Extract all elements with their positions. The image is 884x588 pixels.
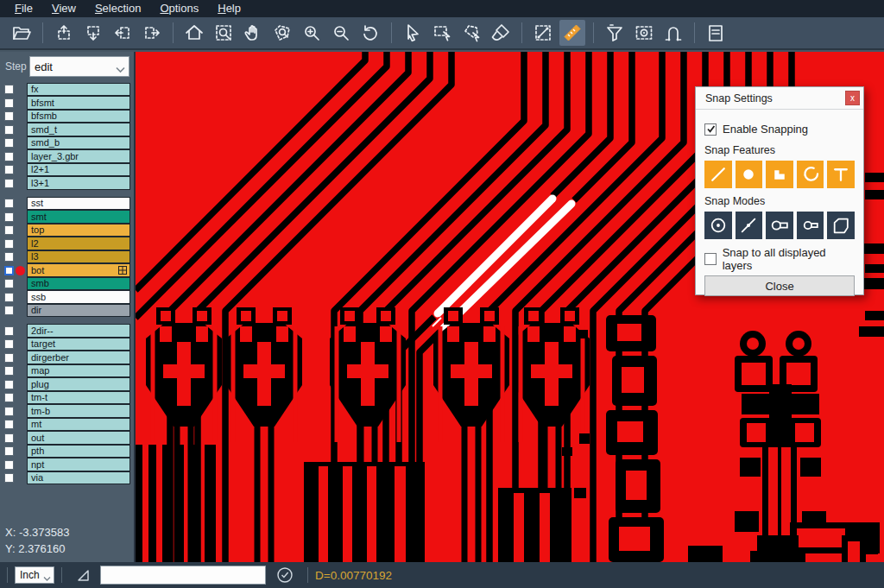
layer-row-layer_3.gbr[interactable]: layer_3.gbr: [0, 150, 134, 164]
layer-name[interactable]: bfsmt: [27, 96, 130, 110]
layer-visibility-checkbox[interactable]: [4, 279, 14, 288]
layer-row-bfsmb[interactable]: bfsmb: [0, 110, 134, 123]
layer-row-l2[interactable]: l2: [0, 237, 134, 251]
enable-snapping-row[interactable]: Enable Snapping: [704, 123, 855, 136]
layer-visibility-checkbox[interactable]: [4, 212, 14, 222]
snap-arc-button[interactable]: [797, 161, 824, 188]
layer-name[interactable]: tm-t: [27, 391, 130, 405]
layer-name[interactable]: map: [27, 364, 130, 378]
layer-row-npt[interactable]: npt: [0, 458, 134, 472]
layer-row-fx[interactable]: fx: [0, 83, 134, 97]
layer-visibility-checkbox[interactable]: [4, 199, 14, 208]
layer-visibility-checkbox[interactable]: [4, 293, 14, 302]
all-layers-row[interactable]: Snap to all displayed layers: [704, 246, 855, 272]
layer-row-smb[interactable]: smb: [0, 277, 134, 291]
layer-name[interactable]: tm-b: [27, 404, 130, 418]
open-folder-button[interactable]: [9, 20, 35, 46]
layer-row-via[interactable]: via: [0, 471, 134, 485]
layer-name[interactable]: 2dir--: [27, 324, 130, 338]
layer-name[interactable]: bfsmb: [27, 110, 130, 123]
dialog-titlebar[interactable]: Snap Settings x: [696, 87, 863, 110]
layer-name[interactable]: l3: [27, 250, 130, 264]
layer-row-sst[interactable]: sst: [0, 197, 134, 211]
layer-row-2dir--[interactable]: 2dir--: [0, 325, 134, 338]
angle-icon[interactable]: [76, 567, 93, 583]
menu-item-options[interactable]: Options: [150, 0, 208, 17]
layer-visibility-checkbox[interactable]: [4, 111, 14, 121]
layer-row-l3[interactable]: l3: [0, 250, 134, 264]
pan-hand-button[interactable]: [240, 20, 266, 46]
layer-row-smt[interactable]: smt: [0, 211, 134, 224]
layer-visibility-checkbox[interactable]: [4, 125, 14, 135]
layer-visibility-checkbox[interactable]: [4, 420, 14, 429]
zoom-previous-button[interactable]: [357, 20, 383, 46]
layer-row-out[interactable]: out: [0, 432, 134, 446]
mode-midpoint-button[interactable]: [736, 212, 763, 239]
layer-visibility-checkbox[interactable]: [4, 366, 14, 376]
layer-name[interactable]: sst: [27, 197, 130, 211]
layer-visibility-checkbox[interactable]: [4, 306, 14, 315]
layer-visibility-checkbox[interactable]: [4, 407, 14, 416]
layer-row-plug[interactable]: plug: [0, 378, 134, 392]
menu-item-view[interactable]: View: [42, 0, 85, 17]
pan-down-button[interactable]: [80, 20, 106, 46]
layer-visibility-checkbox[interactable]: [4, 446, 14, 456]
home-button[interactable]: [181, 20, 207, 46]
layer-row-smd_b[interactable]: smd_b: [0, 136, 134, 150]
units-select[interactable]: Inch: [15, 566, 54, 584]
apply-check-icon[interactable]: [276, 566, 294, 584]
layer-name[interactable]: plug: [27, 377, 130, 391]
layer-name[interactable]: out: [27, 431, 130, 445]
layer-name[interactable]: l3+1: [27, 176, 130, 190]
layer-visibility-checkbox[interactable]: [4, 179, 14, 188]
mode-polygon-button[interactable]: [827, 212, 855, 239]
layer-visibility-checkbox[interactable]: [4, 152, 14, 161]
enable-snapping-checkbox[interactable]: [704, 123, 717, 136]
mode-slot-center-button[interactable]: [797, 212, 824, 239]
layer-visibility-checkbox[interactable]: [4, 138, 14, 148]
zoom-fit-button[interactable]: [211, 20, 237, 46]
layer-visibility-checkbox[interactable]: [4, 339, 14, 349]
dialog-close-button[interactable]: x: [845, 91, 860, 105]
layer-row-tm-b[interactable]: tm-b: [0, 405, 134, 419]
layer-row-ssb[interactable]: ssb: [0, 291, 134, 305]
pan-right-button[interactable]: [139, 20, 165, 46]
layer-name[interactable]: smt: [27, 210, 130, 224]
layer-row-dirgerber[interactable]: dirgerber: [0, 351, 134, 365]
layer-name[interactable]: top: [27, 224, 130, 237]
layer-visibility-checkbox[interactable]: [4, 225, 14, 235]
layer-row-l2+1[interactable]: l2+1: [0, 163, 134, 177]
layer-row-tm-t[interactable]: tm-t: [0, 391, 134, 405]
layer-row-target[interactable]: target: [0, 338, 134, 351]
layer-row-dir[interactable]: dir: [0, 304, 134, 318]
layer-row-pth[interactable]: pth: [0, 445, 134, 458]
report-button[interactable]: [703, 20, 729, 46]
menu-item-selection[interactable]: Selection: [85, 0, 150, 17]
layer-name[interactable]: smb: [27, 277, 130, 291]
pan-up-button[interactable]: [51, 20, 77, 46]
layer-visibility-checkbox[interactable]: [4, 460, 14, 470]
view-box-button[interactable]: [631, 20, 657, 46]
layer-name[interactable]: dir: [27, 304, 130, 318]
layer-name[interactable]: fx: [27, 83, 130, 97]
snap-text-button[interactable]: [827, 161, 855, 188]
snap-button[interactable]: [660, 20, 686, 46]
layer-name[interactable]: target: [27, 338, 130, 351]
layer-name[interactable]: l2: [27, 237, 130, 250]
layer-name[interactable]: smd_b: [27, 136, 130, 150]
layer-row-map[interactable]: map: [0, 364, 134, 378]
layer-name[interactable]: npt: [27, 458, 130, 471]
layer-name[interactable]: dirgerber: [27, 351, 130, 364]
select-poly-button[interactable]: [458, 20, 484, 46]
menu-item-help[interactable]: Help: [208, 0, 250, 17]
layer-row-bfsmt[interactable]: bfsmt: [0, 97, 134, 111]
mode-slot-end-button[interactable]: [766, 212, 793, 239]
snap-circle-button[interactable]: [736, 161, 763, 188]
layer-name[interactable]: pth: [27, 445, 130, 458]
layer-row-l3+1[interactable]: l3+1: [0, 177, 134, 191]
layer-row-mt[interactable]: mt: [0, 418, 134, 432]
command-input[interactable]: [100, 566, 266, 585]
all-layers-checkbox[interactable]: [704, 253, 717, 265]
layer-visibility-checkbox[interactable]: [4, 85, 14, 94]
clear-highlight-button[interactable]: [488, 20, 514, 46]
